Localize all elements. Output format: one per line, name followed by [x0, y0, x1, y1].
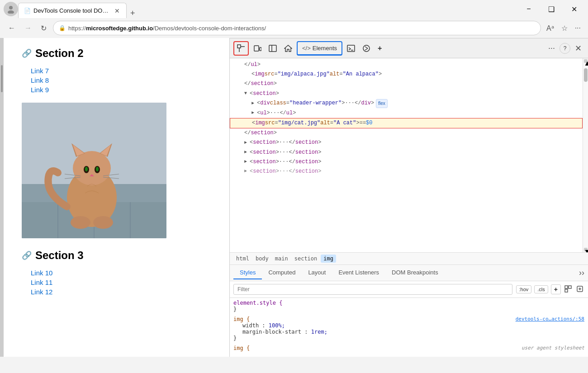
breadcrumb-bar: html body main section img: [230, 252, 588, 265]
elements-panel-button[interactable]: </> Elements: [297, 41, 342, 56]
styles-filter-input[interactable]: [233, 284, 512, 295]
svg-point-35: [363, 45, 370, 52]
svg-point-24: [93, 216, 113, 229]
styles-more-button[interactable]: ››: [579, 268, 584, 278]
dom-line-img-cat[interactable]: <img src="img/cat.jpg" alt="A cat"> == $…: [230, 118, 583, 128]
dom-line-section-2[interactable]: ► <section> ··· </section>: [230, 148, 583, 157]
breadcrumb-main[interactable]: main: [272, 255, 291, 263]
svg-point-16: [85, 167, 88, 171]
svg-point-0: [9, 6, 13, 9]
home-button[interactable]: [281, 41, 295, 56]
css-source-link[interactable]: devtools-co…actions/:58: [516, 316, 584, 322]
tab-icon: 📄: [24, 8, 31, 14]
dom-line-section-open[interactable]: ▼ <section>: [230, 89, 583, 99]
svg-rect-30: [269, 45, 276, 52]
back-button[interactable]: ←: [5, 22, 18, 34]
svg-marker-32: [285, 45, 292, 52]
favorites-button[interactable]: ☆: [560, 22, 569, 34]
link-11[interactable]: Link 11: [31, 279, 211, 286]
sidebar-button[interactable]: [266, 41, 280, 56]
devtools-help-button[interactable]: ?: [560, 43, 570, 54]
svg-point-23: [71, 216, 90, 229]
breadcrumb-img[interactable]: img: [321, 255, 336, 263]
url-bar[interactable]: 🔒 https://microsoftedge.github.io/Demos/…: [53, 21, 541, 35]
more-button[interactable]: ···: [573, 22, 583, 34]
device-emulation-button[interactable]: [251, 41, 264, 56]
refresh-button[interactable]: ↻: [38, 22, 49, 34]
svg-rect-29: [260, 47, 261, 51]
anchor-icon: 🔗: [22, 48, 32, 58]
devtools-toolbar: </> Elements + ··· ? ✕: [230, 38, 588, 58]
svg-point-17: [96, 167, 99, 171]
dom-line-section-4[interactable]: ► <section> ··· </section>: [230, 167, 583, 176]
inspect-element-button[interactable]: [233, 41, 249, 56]
filter-bar: :hov .cls +: [230, 281, 588, 298]
console-button[interactable]: [344, 41, 358, 56]
dom-line-section-1[interactable]: ► <section> ··· </section>: [230, 138, 583, 147]
read-aloud-button[interactable]: Aᵃ: [545, 22, 556, 34]
css-value-margin: 1rem;: [311, 329, 327, 335]
cat-image: [22, 103, 166, 238]
breadcrumb-section[interactable]: section: [292, 255, 320, 263]
lock-icon: 🔒: [59, 25, 66, 31]
tab-styles[interactable]: Styles: [233, 266, 262, 279]
dom-line-img-alpaca[interactable]: <img src="img/alpaca.jpg" alt="An alpaca…: [230, 70, 583, 79]
svg-point-9: [73, 151, 111, 185]
dom-line-section-close-2[interactable]: </section>: [230, 128, 583, 138]
add-class-button[interactable]: +: [551, 284, 561, 294]
tab-computed[interactable]: Computed: [262, 266, 302, 279]
tab-event-listeners[interactable]: Event Listeners: [332, 266, 385, 279]
link-12[interactable]: Link 12: [31, 288, 211, 296]
user-agent-label: user agent stylesheet: [522, 345, 584, 351]
svg-rect-39: [569, 286, 571, 288]
link-10[interactable]: Link 10: [31, 269, 211, 277]
dom-line-section-3[interactable]: ► <section> ··· </section>: [230, 157, 583, 167]
link-8[interactable]: Link 8: [31, 76, 211, 84]
section3-heading: 🔗 Section 3: [22, 249, 211, 262]
tab-dom-breakpoints[interactable]: DOM Breakpoints: [385, 266, 445, 279]
tab-close-button[interactable]: ✕: [114, 6, 121, 15]
devtools-panel: </> Elements + ··· ? ✕ </ul>: [230, 38, 588, 357]
close-window-button[interactable]: ✕: [564, 2, 584, 16]
section2-links: Link 7 Link 8 Link 9: [31, 67, 211, 94]
dom-tree: </ul> <img src="img/alpaca.jpg" alt="An …: [230, 58, 583, 252]
new-tab-button[interactable]: +: [127, 9, 139, 18]
webpage-panel: 🔗 Section 2 Link 7 Link 8 Link 9: [4, 38, 230, 357]
img-ua-selector: img {: [233, 345, 250, 351]
element-style-selector: element.style {: [233, 300, 282, 306]
anchor-icon-3: 🔗: [22, 250, 32, 260]
svg-line-37: [365, 48, 368, 50]
breadcrumb-html[interactable]: html: [233, 255, 252, 263]
svg-rect-33: [347, 45, 355, 52]
tab-layout[interactable]: Layout: [302, 266, 332, 279]
svg-rect-38: [565, 286, 568, 288]
svg-rect-40: [565, 289, 568, 292]
devtools-close-button[interactable]: ✕: [572, 42, 584, 55]
computed-sidebar-button[interactable]: [564, 284, 573, 295]
css-prop-margin: margin-block-start: [242, 329, 301, 335]
profile-icon: [4, 2, 18, 16]
hover-filter-button[interactable]: :hov: [516, 285, 532, 293]
devtools-more-button[interactable]: ···: [545, 42, 558, 55]
dom-line-section-close-1[interactable]: </section>: [230, 79, 583, 89]
restore-button[interactable]: ❑: [541, 2, 562, 16]
breadcrumb-body[interactable]: body: [253, 255, 271, 263]
debugger-button[interactable]: [360, 41, 373, 56]
link-9[interactable]: Link 9: [31, 86, 211, 94]
css-value-width: 100%;: [269, 322, 285, 329]
dom-line-ul-close[interactable]: </ul>: [230, 60, 583, 70]
add-tool-button[interactable]: +: [375, 41, 384, 56]
css-rule-img-ua: img { user agent stylesheet: [233, 345, 584, 351]
link-7[interactable]: Link 7: [31, 67, 211, 75]
minimize-button[interactable]: −: [518, 2, 539, 16]
browser-tab[interactable]: 📄 DevTools Console tool DOM inte ✕: [18, 3, 127, 18]
css-prop-width: width: [242, 322, 259, 329]
forward-button[interactable]: →: [22, 22, 34, 34]
svg-rect-28: [254, 46, 259, 51]
toggle-changes-button[interactable]: [575, 284, 584, 295]
svg-rect-25: [237, 45, 241, 48]
img-selector: img {: [233, 316, 250, 322]
cls-filter-button[interactable]: .cls: [534, 285, 548, 293]
dom-line-ul[interactable]: ► <ul> ··· </ul>: [230, 109, 583, 118]
dom-line-div-header[interactable]: ► <div class="header-wrapper"> ··· </div…: [230, 99, 583, 109]
